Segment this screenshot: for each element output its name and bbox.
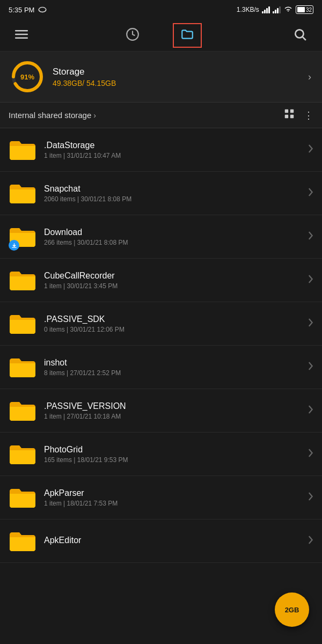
nav-tabs (119, 23, 202, 48)
storage-info: Storage 49.38GB/ 54.15GB (53, 67, 308, 87)
svg-rect-2 (15, 33, 28, 35)
file-chevron-icon (308, 144, 313, 156)
file-info: .DataStorage1 item | 31/01/21 10:47 AM (44, 141, 304, 159)
file-info: .PASSIVE_SDK0 items | 30/01/21 12:06 PM (44, 314, 304, 333)
file-name: .DataStorage (44, 141, 304, 150)
path-chevron-icon: › (93, 111, 96, 120)
file-chevron-icon (308, 231, 313, 243)
grid-view-button[interactable] (283, 108, 295, 122)
folder-icon (9, 310, 36, 338)
file-name: ApkParser (44, 488, 304, 498)
folder-icon (9, 353, 36, 381)
svg-rect-12 (290, 115, 294, 118)
current-path[interactable]: Internal shared storage › (9, 111, 96, 120)
battery-indicator: 32 (296, 5, 313, 14)
list-item[interactable]: .PASSIVE_SDK0 items | 30/01/21 12:06 PM (0, 302, 322, 346)
status-left: 5:35 PM (9, 5, 47, 14)
storage-arrow-icon: › (308, 71, 311, 83)
tab-history[interactable] (119, 23, 146, 48)
list-item[interactable]: Download266 items | 30/01/21 8:08 PM (0, 215, 322, 259)
file-name: CubeCallRecorder (44, 271, 304, 281)
folder-icon (9, 527, 36, 555)
file-name: ApkEditor (44, 536, 304, 545)
file-name: inshot (44, 358, 304, 368)
svg-line-6 (303, 36, 306, 40)
file-name: Download (44, 228, 304, 237)
path-actions: ⋮ (283, 108, 313, 122)
file-info: ApkParser1 item | 18/01/21 7:53 PM (44, 488, 304, 507)
file-meta: 2060 items | 30/01/21 8:08 PM (44, 195, 304, 203)
svg-rect-1 (15, 30, 28, 32)
folder-icon (9, 223, 36, 251)
folder-icon (9, 397, 36, 425)
file-info: ApkEditor (44, 536, 304, 547)
file-meta: 1 item | 18/01/21 7:53 PM (44, 500, 304, 507)
file-info: Download266 items | 30/01/21 8:08 PM (44, 228, 304, 246)
signal-icon-2 (273, 6, 281, 13)
file-info: .PASSIVE_VERSION1 item | 27/01/21 10:18 … (44, 401, 304, 420)
list-item[interactable]: inshot8 items | 27/01/21 2:52 PM (0, 346, 322, 389)
svg-rect-3 (15, 37, 28, 39)
storage-size: 49.38GB/ 54.15GB (53, 79, 308, 87)
list-item[interactable]: PhotoGrid165 items | 18/01/21 9:53 PM (0, 433, 322, 476)
download-badge (9, 240, 19, 251)
svg-rect-11 (285, 115, 288, 118)
file-meta: 1 item | 27/01/21 10:18 AM (44, 413, 304, 420)
file-meta: 1 item | 31/01/21 10:47 AM (44, 152, 304, 159)
file-info: CubeCallRecorder1 item | 30/01/21 3:45 P… (44, 271, 304, 290)
list-item[interactable]: .PASSIVE_VERSION1 item | 27/01/21 10:18 … (0, 389, 322, 433)
file-chevron-icon (308, 492, 313, 503)
wifi-icon (283, 6, 293, 13)
list-item[interactable]: ApkEditor (0, 519, 322, 563)
file-list: .DataStorage1 item | 31/01/21 10:47 AM S… (0, 128, 322, 563)
folder-icon (9, 136, 36, 164)
time-display: 5:35 PM (9, 6, 34, 14)
file-meta: 0 items | 30/01/21 12:06 PM (44, 326, 304, 333)
file-chevron-icon (308, 536, 313, 547)
list-item[interactable]: .DataStorage1 item | 31/01/21 10:47 AM (0, 128, 322, 172)
file-meta: 165 items | 18/01/21 9:53 PM (44, 456, 304, 464)
file-chevron-icon (308, 449, 313, 460)
file-chevron-icon (308, 362, 313, 373)
folder-icon (9, 266, 36, 294)
storage-banner[interactable]: 91% Storage 49.38GB/ 54.15GB › (0, 52, 322, 103)
file-meta: 8 items | 27/01/21 2:52 PM (44, 369, 304, 377)
storage-percent: 91% (20, 73, 34, 81)
file-name: .PASSIVE_VERSION (44, 401, 304, 411)
file-name: PhotoGrid (44, 445, 304, 455)
status-bar: 5:35 PM 1.3KB/s 32 (0, 0, 322, 19)
file-info: Snapchat2060 items | 30/01/21 8:08 PM (44, 184, 304, 203)
tab-folder[interactable] (173, 23, 202, 48)
storage-title: Storage (53, 67, 308, 77)
menu-button[interactable] (11, 24, 32, 47)
file-meta: 266 items | 30/01/21 8:08 PM (44, 239, 304, 246)
file-name: .PASSIVE_SDK (44, 314, 304, 324)
list-item[interactable]: ApkParser1 item | 18/01/21 7:53 PM (0, 476, 322, 519)
file-meta: 1 item | 30/01/21 3:45 PM (44, 282, 304, 290)
list-item[interactable]: CubeCallRecorder1 item | 30/01/21 3:45 P… (0, 259, 322, 302)
search-button[interactable] (289, 23, 311, 48)
nav-bar (0, 19, 322, 52)
path-bar: Internal shared storage › ⋮ (0, 103, 322, 128)
network-speed: 1.3KB/s (237, 6, 259, 13)
signal-icon-1 (262, 6, 270, 13)
file-info: inshot8 items | 27/01/21 2:52 PM (44, 358, 304, 377)
list-item[interactable]: Snapchat2060 items | 30/01/21 8:08 PM (0, 172, 322, 215)
more-options-button[interactable]: ⋮ (304, 109, 313, 121)
svg-rect-9 (285, 109, 288, 113)
folder-icon (9, 179, 36, 207)
storage-donut: 91% (11, 60, 44, 93)
folder-icon (9, 440, 36, 468)
storage-fab[interactable]: 2GB (275, 592, 309, 627)
status-right: 1.3KB/s 32 (237, 5, 313, 14)
file-chevron-icon (308, 275, 313, 286)
file-chevron-icon (308, 188, 313, 199)
svg-rect-10 (290, 109, 294, 113)
file-info: PhotoGrid165 items | 18/01/21 9:53 PM (44, 445, 304, 464)
battery-fill (297, 7, 305, 12)
folder-icon (9, 484, 36, 511)
file-chevron-icon (308, 318, 313, 330)
file-chevron-icon (308, 405, 313, 416)
file-name: Snapchat (44, 184, 304, 194)
svg-point-5 (295, 30, 303, 38)
